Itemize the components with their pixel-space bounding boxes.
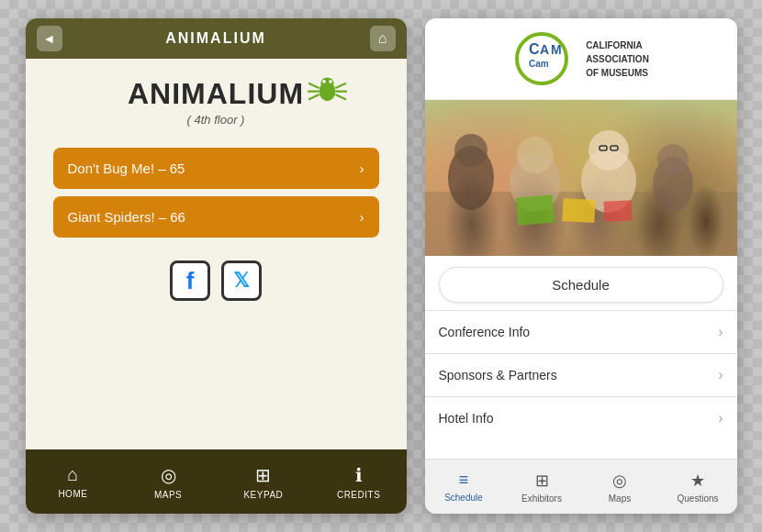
svg-line-5 <box>335 83 346 88</box>
menu-item-label: Giant Spiders! – 66 <box>68 209 185 225</box>
maps-tab-label-right: Maps <box>609 493 631 504</box>
menu-item-chevron: › <box>360 161 364 176</box>
facebook-button[interactable]: f <box>170 260 210 301</box>
keypad-tab-icon: ⊞ <box>255 464 271 486</box>
twitter-button[interactable]: 𝕏 <box>221 260 262 301</box>
spider-icon <box>307 73 348 110</box>
schedule-button[interactable]: Schedule <box>439 267 723 303</box>
main-container: ◄ ANIMALIUM ⌂ ANIMALIUM <box>0 0 762 532</box>
menu-item-label: Don't Bug Me! – 65 <box>68 161 185 176</box>
conference-image <box>425 100 737 256</box>
exhibitors-tab-icon: ⊞ <box>535 471 549 491</box>
twitter-icon: 𝕏 <box>233 269 250 293</box>
footer-tab-home[interactable]: ⌂ HOME <box>26 449 121 514</box>
menu-item-giant-spiders[interactable]: Giant Spiders! – 66 › <box>53 196 379 238</box>
back-button[interactable]: ◄ <box>37 26 62 51</box>
facebook-icon: f <box>186 267 195 295</box>
cam-footer-schedule[interactable]: ≡ Schedule <box>425 460 503 514</box>
home-icon: ⌂ <box>378 30 387 47</box>
cam-menu-label: Hotel Info <box>439 411 494 426</box>
svg-line-4 <box>308 94 319 99</box>
cam-menu-chevron: › <box>718 410 723 427</box>
cam-org-text: CALIFORNIA ASSOCIATION OF MUSEUMS <box>586 39 649 80</box>
questions-tab-label: Questions <box>677 493 718 504</box>
exhibitors-tab-label: Exhibitors <box>521 493 562 504</box>
footer-tab-credits[interactable]: ℹ CREDITS <box>311 449 407 514</box>
cam-menu-label: Sponsors & Partners <box>439 368 557 382</box>
cam-menu-chevron: › <box>718 324 723 340</box>
cam-footer-questions[interactable]: ★ Questions <box>659 460 737 514</box>
animalium-menu: Don't Bug Me! – 65 › Giant Spiders! – 66… <box>53 148 379 238</box>
back-icon: ◄ <box>43 31 56 46</box>
svg-text:Cam: Cam <box>529 59 549 69</box>
svg-point-21 <box>588 130 629 171</box>
credits-tab-label: CREDITS <box>337 490 380 500</box>
maps-tab-icon-right: ◎ <box>612 471 627 491</box>
logo-container: ANIMALIUM <box>128 77 304 111</box>
cam-footer-maps[interactable]: ◎ Maps <box>581 460 659 514</box>
maps-tab-label: MAPS <box>154 490 182 500</box>
cam-phone: C A M Cam CALIFORNIA ASSOCIATION OF MUSE… <box>425 18 737 514</box>
animalium-header: ◄ ANIMALIUM ⌂ <box>26 18 407 59</box>
cam-menu: Conference Info › Sponsors & Partners › … <box>425 310 737 439</box>
svg-point-9 <box>329 80 332 83</box>
svg-point-19 <box>517 137 554 173</box>
footer-tab-maps[interactable]: ◎ MAPS <box>120 449 216 514</box>
people-svg <box>425 100 737 256</box>
schedule-tab-label: Schedule <box>444 493 483 503</box>
social-icons: f 𝕏 <box>170 260 262 301</box>
cam-logo-svg: C A M Cam <box>512 32 577 85</box>
schedule-tab-icon: ≡ <box>459 471 469 490</box>
cam-org-line3: OF MUSEUMS <box>586 66 649 80</box>
svg-point-8 <box>322 80 326 83</box>
animalium-logo-area: ANIMALIUM <box>128 77 304 127</box>
cam-org-line1: CALIFORNIA <box>586 39 649 52</box>
home-tab-label: HOME <box>58 489 87 499</box>
cam-menu-label: Conference Info <box>439 325 531 339</box>
cam-menu-hotel[interactable]: Hotel Info › <box>425 396 737 439</box>
svg-rect-28 <box>603 200 632 222</box>
questions-tab-icon: ★ <box>690 471 705 491</box>
cam-org-line2: ASSOCIATION <box>586 52 649 66</box>
cam-menu-conference-info[interactable]: Conference Info › <box>425 310 737 353</box>
svg-rect-27 <box>562 198 595 223</box>
svg-point-17 <box>454 134 487 167</box>
cam-header: C A M Cam CALIFORNIA ASSOCIATION OF MUSE… <box>425 18 737 100</box>
animalium-subtitle: ( 4th floor ) <box>128 113 304 127</box>
svg-point-1 <box>320 77 333 88</box>
svg-line-2 <box>308 83 319 88</box>
cam-menu-sponsors[interactable]: Sponsors & Partners › <box>425 353 737 396</box>
animalium-content: ANIMALIUM <box>26 59 407 449</box>
maps-tab-icon: ◎ <box>161 464 176 486</box>
animalium-phone: ◄ ANIMALIUM ⌂ ANIMALIUM <box>26 18 407 514</box>
cam-footer-exhibitors[interactable]: ⊞ Exhibitors <box>503 460 581 514</box>
menu-item-dont-bug[interactable]: Don't Bug Me! – 65 › <box>53 148 379 189</box>
svg-text:C: C <box>529 41 540 57</box>
keypad-tab-label: KEYPAD <box>243 490 283 500</box>
footer-tab-keypad[interactable]: ⊞ KEYPAD <box>216 449 311 514</box>
animalium-title: ANIMALIUM <box>165 30 266 47</box>
svg-point-25 <box>657 144 689 175</box>
cam-content: Schedule Conference Info › Sponsors & Pa… <box>425 256 737 459</box>
svg-line-7 <box>335 94 346 99</box>
svg-text:A: A <box>540 42 549 57</box>
credits-tab-icon: ℹ <box>355 464 363 486</box>
cam-logo: C A M Cam CALIFORNIA ASSOCIATION OF MUSE… <box>512 32 649 85</box>
home-button[interactable]: ⌂ <box>370 26 396 51</box>
svg-rect-26 <box>515 194 554 225</box>
home-tab-icon: ⌂ <box>67 464 78 485</box>
animalium-footer: ⌂ HOME ◎ MAPS ⊞ KEYPAD ℹ CREDITS <box>26 449 407 514</box>
cam-footer: ≡ Schedule ⊞ Exhibitors ◎ Maps ★ Questio… <box>425 459 737 514</box>
cam-menu-chevron: › <box>718 367 723 383</box>
menu-item-chevron: › <box>360 209 364 225</box>
svg-text:M: M <box>551 42 562 57</box>
animalium-logo-title: ANIMALIUM <box>128 77 304 110</box>
